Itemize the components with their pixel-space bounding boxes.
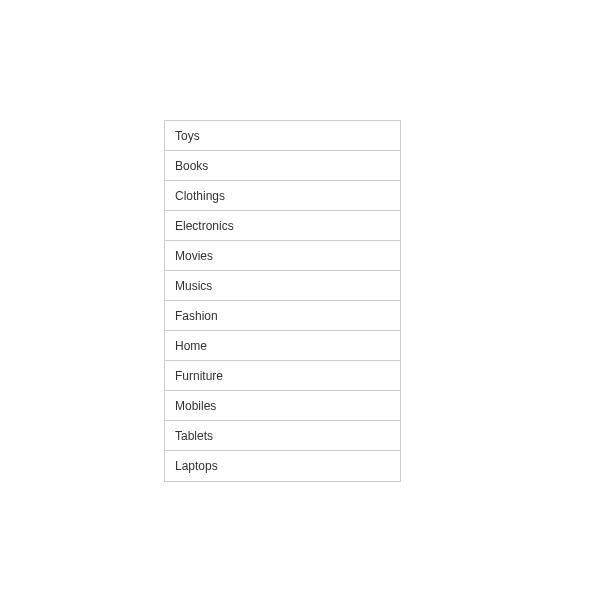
category-list: Toys Books Clothings Electronics Movies …: [164, 120, 401, 482]
category-item-label: Clothings: [175, 189, 225, 203]
category-item-label: Movies: [175, 249, 213, 263]
category-item-books[interactable]: Books: [165, 151, 400, 181]
category-item-home[interactable]: Home: [165, 331, 400, 361]
category-item-label: Tablets: [175, 429, 213, 443]
category-item-clothings[interactable]: Clothings: [165, 181, 400, 211]
category-item-fashion[interactable]: Fashion: [165, 301, 400, 331]
category-item-label: Mobiles: [175, 399, 216, 413]
category-item-laptops[interactable]: Laptops: [165, 451, 400, 481]
category-item-label: Home: [175, 339, 207, 353]
category-item-furniture[interactable]: Furniture: [165, 361, 400, 391]
category-item-toys[interactable]: Toys: [165, 121, 400, 151]
category-item-label: Furniture: [175, 369, 223, 383]
category-item-movies[interactable]: Movies: [165, 241, 400, 271]
category-item-musics[interactable]: Musics: [165, 271, 400, 301]
category-item-label: Electronics: [175, 219, 234, 233]
category-item-label: Musics: [175, 279, 212, 293]
category-item-label: Fashion: [175, 309, 218, 323]
category-item-label: Toys: [175, 129, 200, 143]
category-item-label: Laptops: [175, 459, 218, 473]
category-item-tablets[interactable]: Tablets: [165, 421, 400, 451]
category-item-label: Books: [175, 159, 208, 173]
category-item-mobiles[interactable]: Mobiles: [165, 391, 400, 421]
category-item-electronics[interactable]: Electronics: [165, 211, 400, 241]
